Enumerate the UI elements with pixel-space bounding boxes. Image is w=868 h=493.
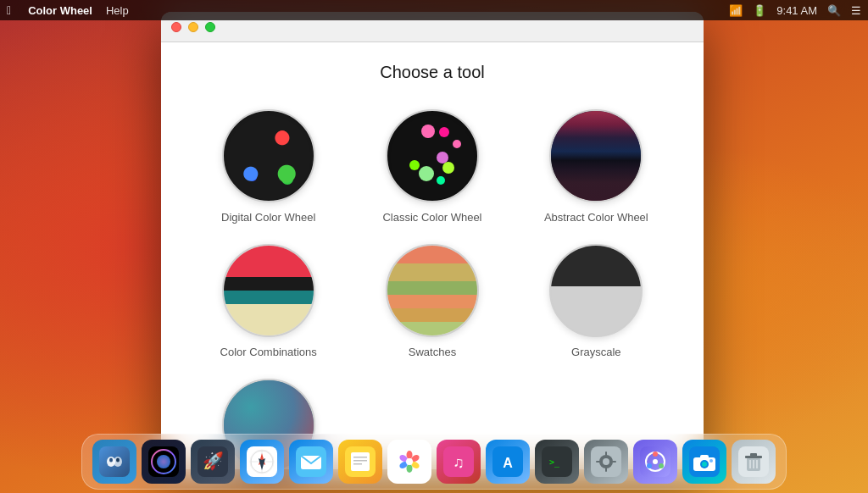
svg-point-25	[407, 451, 413, 459]
svg-rect-22	[353, 460, 367, 462]
svg-point-40	[603, 458, 609, 465]
app-window: Choose a tool Digital Color Wheel	[161, 12, 704, 469]
menubar-left:  Color Wheel Help	[7, 3, 129, 17]
tool-label-swatches: Swatches	[409, 346, 456, 358]
svg-point-56	[709, 459, 713, 463]
menubar-app-name[interactable]: Color Wheel	[28, 4, 92, 17]
svg-point-4	[116, 458, 120, 463]
dock-item-siri[interactable]	[142, 440, 186, 484]
tool-icon-grayscale	[549, 244, 643, 337]
tool-icon-classic-color-wheel	[386, 109, 479, 202]
close-button[interactable]	[171, 22, 181, 32]
svg-point-49	[647, 463, 652, 468]
svg-point-31	[406, 458, 413, 465]
dock-item-mail[interactable]	[289, 440, 333, 484]
tool-label-grayscale: Grayscale	[571, 346, 621, 358]
clock: 9:41 AM	[776, 4, 817, 17]
svg-point-50	[653, 459, 658, 464]
svg-point-28	[407, 464, 413, 473]
minimize-button[interactable]	[188, 22, 198, 32]
dock-item-trash[interactable]	[732, 440, 776, 484]
dock-item-safari[interactable]	[240, 440, 284, 484]
svg-rect-44	[612, 461, 616, 463]
svg-text:♫: ♫	[453, 454, 465, 471]
svg-rect-21	[353, 457, 367, 458]
svg-rect-43	[596, 461, 600, 463]
battery-icon[interactable]: 🔋	[753, 4, 766, 17]
svg-rect-60	[750, 453, 757, 457]
tool-label-color-combinations: Color Combinations	[220, 346, 317, 358]
tools-grid: Digital Color Wheel Classi	[195, 102, 670, 469]
tool-icon-digital-color-wheel	[222, 109, 315, 202]
search-icon[interactable]: 🔍	[827, 4, 841, 17]
dot-green	[281, 173, 293, 185]
dock-item-music[interactable]: ♫	[437, 440, 481, 484]
classic-dots	[387, 111, 477, 201]
svg-rect-55	[700, 455, 709, 459]
dot-red	[277, 130, 287, 141]
page-title: Choose a tool	[195, 63, 670, 82]
wifi-icon[interactable]: 📶	[729, 4, 743, 17]
dock-item-system-preferences[interactable]	[584, 440, 628, 484]
svg-text:🚀: 🚀	[203, 451, 224, 471]
menubar-help[interactable]: Help	[106, 4, 129, 17]
tool-label-abstract-color-wheel: Abstract Color Wheel	[544, 211, 648, 224]
tool-item-swatches[interactable]: Swatches	[379, 237, 486, 365]
menubar-right: 📶 🔋 9:41 AM 🔍 ☰	[729, 4, 861, 17]
tool-label-digital-color-wheel: Digital Color Wheel	[221, 211, 315, 224]
tool-item-digital-color-wheel[interactable]: Digital Color Wheel	[214, 102, 322, 230]
window-content: Choose a tool Digital Color Wheel	[161, 42, 704, 469]
tool-item-grayscale[interactable]: Grayscale	[542, 237, 649, 365]
maximize-button[interactable]	[205, 22, 215, 32]
tool-icon-color-combinations	[222, 244, 315, 337]
apple-menu-icon[interactable]: 	[7, 3, 11, 17]
svg-rect-41	[605, 451, 607, 456]
svg-point-3	[109, 458, 113, 463]
tool-icon-abstract-color-wheel	[549, 109, 643, 202]
dock-item-launchpad[interactable]: 🚀	[191, 440, 235, 484]
svg-point-47	[653, 451, 658, 457]
svg-text:A: A	[503, 456, 513, 470]
dock-item-notes[interactable]	[338, 440, 382, 484]
dock: 🚀	[81, 434, 787, 490]
svg-point-54	[702, 462, 707, 467]
svg-rect-20	[351, 452, 370, 471]
menubar-menu-items: Help	[106, 4, 129, 17]
dot-blue	[248, 173, 257, 181]
tool-item-color-combinations[interactable]: Color Combinations	[214, 237, 324, 365]
traffic-lights	[171, 22, 215, 32]
tool-icon-swatches	[386, 244, 479, 337]
control-center-icon[interactable]: ☰	[851, 4, 861, 17]
svg-point-48	[659, 463, 664, 468]
svg-rect-23	[353, 463, 362, 465]
dock-item-finder[interactable]	[92, 440, 136, 484]
dock-item-appstore[interactable]: A	[486, 440, 530, 484]
svg-text:>_: >_	[549, 457, 560, 468]
tool-item-classic-color-wheel[interactable]: Classic Color Wheel	[376, 102, 488, 230]
menubar:  Color Wheel Help 📶 🔋 9:41 AM 🔍 ☰	[0, 0, 868, 20]
tool-label-classic-color-wheel: Classic Color Wheel	[382, 211, 481, 224]
svg-point-7	[157, 455, 170, 468]
dock-item-terminal[interactable]: >_	[535, 440, 579, 484]
dock-item-colorwheel[interactable]	[633, 440, 677, 484]
svg-rect-42	[605, 468, 607, 472]
dock-item-camera[interactable]	[682, 440, 726, 484]
tool-item-abstract-color-wheel[interactable]: Abstract Color Wheel	[537, 102, 655, 230]
dock-item-photos[interactable]	[387, 440, 431, 484]
